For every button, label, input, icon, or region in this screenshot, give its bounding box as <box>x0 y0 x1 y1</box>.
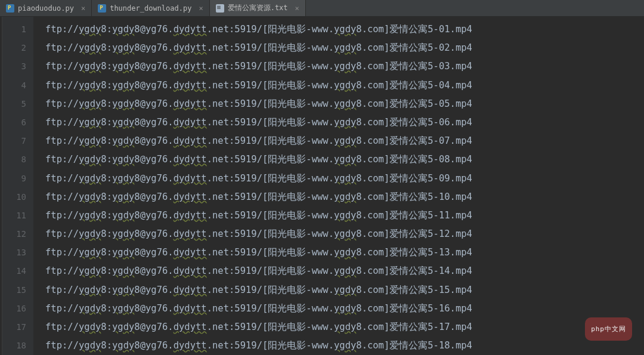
line-number: 14 <box>2 262 26 280</box>
code-line[interactable]: ftp://ygdy8:ygdy8@yg76.dydytt.net:5919/[… <box>45 169 644 188</box>
line-number: 11 <box>2 206 26 225</box>
editor-tab-bar: piaoduoduo.py×thunder_download.py×爱情公寓资源… <box>0 0 644 17</box>
code-line[interactable]: ftp://ygdy8:ygdy8@yg76.dydytt.net:5919/[… <box>45 262 644 280</box>
line-number: 15 <box>2 281 26 300</box>
line-number: 10 <box>2 188 26 206</box>
line-number: 1 <box>2 20 26 39</box>
close-icon[interactable]: × <box>295 4 299 13</box>
code-line[interactable]: ftp://ygdy8:ygdy8@yg76.dydytt.net:5919/[… <box>45 113 644 132</box>
code-line[interactable]: ftp://ygdy8:ygdy8@yg76.dydytt.net:5919/[… <box>45 95 644 113</box>
text-editor[interactable]: ftp://ygdy8:ygdy8@yg76.dydytt.net:5919/[… <box>33 17 644 355</box>
line-number: 3 <box>2 57 26 76</box>
line-number: 13 <box>2 243 26 262</box>
code-line[interactable]: ftp://ygdy8:ygdy8@yg76.dydytt.net:5919/[… <box>45 206 644 225</box>
code-line[interactable]: ftp://ygdy8:ygdy8@yg76.dydytt.net:5919/[… <box>45 132 644 150</box>
editor-tab[interactable]: piaoduoduo.py× <box>0 0 92 16</box>
watermark-badge: php中文网 <box>585 317 632 341</box>
python-file-icon <box>6 4 14 13</box>
python-file-icon <box>98 4 106 13</box>
tab-label: thunder_download.py <box>110 4 191 13</box>
code-line[interactable]: ftp://ygdy8:ygdy8@yg76.dydytt.net:5919/[… <box>45 57 644 76</box>
line-number: 12 <box>2 225 26 243</box>
code-line[interactable]: ftp://ygdy8:ygdy8@yg76.dydytt.net:5919/[… <box>45 76 644 95</box>
code-line[interactable]: ftp://ygdy8:ygdy8@yg76.dydytt.net:5919/[… <box>45 188 644 206</box>
line-number-gutter[interactable]: 123456789101112131415161718 <box>2 17 33 355</box>
code-line[interactable]: ftp://ygdy8:ygdy8@yg76.dydytt.net:5919/[… <box>45 318 644 337</box>
code-line[interactable]: ftp://ygdy8:ygdy8@yg76.dydytt.net:5919/[… <box>45 20 644 39</box>
line-number: 16 <box>2 300 26 318</box>
line-number: 6 <box>2 113 26 132</box>
text-file-icon <box>216 4 224 13</box>
editor-tab[interactable]: thunder_download.py× <box>92 0 210 16</box>
line-number: 18 <box>2 337 26 355</box>
close-icon[interactable]: × <box>199 4 203 13</box>
line-number: 4 <box>2 76 26 95</box>
code-line[interactable]: ftp://ygdy8:ygdy8@yg76.dydytt.net:5919/[… <box>45 225 644 243</box>
line-number: 8 <box>2 150 26 169</box>
code-line[interactable]: ftp://ygdy8:ygdy8@yg76.dydytt.net:5919/[… <box>45 150 644 169</box>
line-number: 9 <box>2 169 26 188</box>
editor-area: 123456789101112131415161718 ftp://ygdy8:… <box>0 17 644 355</box>
code-line[interactable]: ftp://ygdy8:ygdy8@yg76.dydytt.net:5919/[… <box>45 337 644 355</box>
close-icon[interactable]: × <box>81 4 85 13</box>
line-number: 2 <box>2 39 26 57</box>
code-line[interactable]: ftp://ygdy8:ygdy8@yg76.dydytt.net:5919/[… <box>45 281 644 300</box>
line-number: 17 <box>2 318 26 337</box>
line-number: 5 <box>2 95 26 113</box>
code-line[interactable]: ftp://ygdy8:ygdy8@yg76.dydytt.net:5919/[… <box>45 243 644 262</box>
line-number: 7 <box>2 132 26 150</box>
code-line[interactable]: ftp://ygdy8:ygdy8@yg76.dydytt.net:5919/[… <box>45 39 644 57</box>
editor-tab[interactable]: 爱情公寓资源.txt× <box>210 0 306 16</box>
tab-label: piaoduoduo.py <box>18 4 74 13</box>
code-line[interactable]: ftp://ygdy8:ygdy8@yg76.dydytt.net:5919/[… <box>45 300 644 318</box>
tab-label: 爱情公寓资源.txt <box>228 3 288 13</box>
